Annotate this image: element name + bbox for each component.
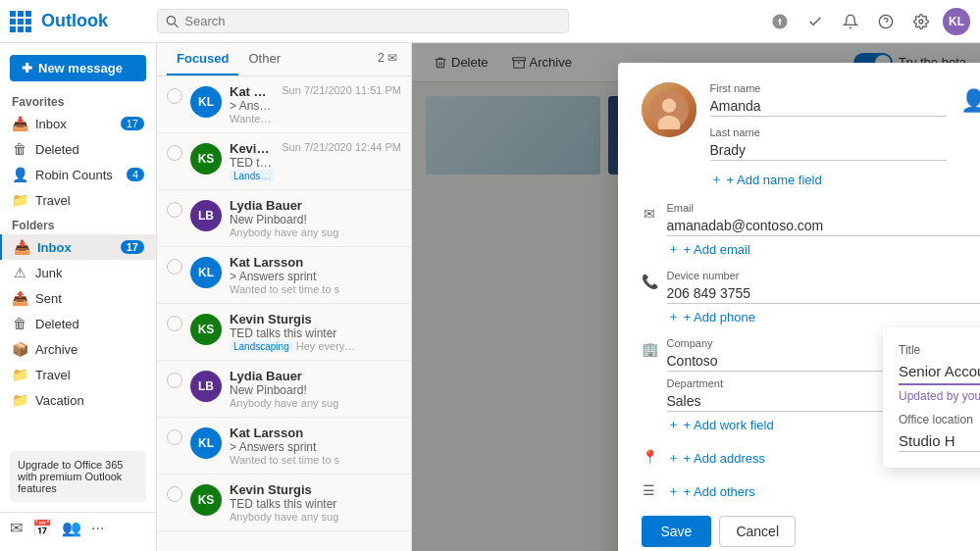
email-item[interactable]: KL Kat Larsson > Answers sprint Wanted t… [157,418,411,475]
email-sender: Kevin Sturgis [230,482,393,497]
search-icon [166,15,179,28]
email-sender: Kevin Sturgis [230,141,274,156]
email-content: Kat Larsson > Answers sprint Wanted to s… [230,84,274,125]
upgrade-banner[interactable]: Upgrade to Office 365 with premium Outlo… [10,451,146,502]
email-checkbox[interactable] [167,429,182,445]
checkmark-icon[interactable] [801,8,829,35]
email-checkbox[interactable] [167,202,182,218]
email-checkbox[interactable] [167,373,182,388]
tab-focused[interactable]: Focused [167,43,238,75]
sidebar-item-robin[interactable]: 👤 Robin Counts 4 [0,162,156,187]
email-item[interactable]: KL Kat Larsson > Answers sprint Wanted t… [157,76,411,133]
email-preview: Wanted to set time to s [230,283,393,295]
email-item[interactable]: KS Kevin Sturgis TED talks this winter L… [157,304,411,361]
person-icon: 👤 [12,167,27,182]
tab-other[interactable]: Other [238,43,290,75]
phone-input[interactable] [667,283,981,304]
people-footer-icon[interactable]: 👥 [62,519,81,537]
search-bar[interactable] [157,9,569,33]
add-email-link[interactable]: ＋ + Add email [667,240,981,258]
sidebar-item-deleted-fav[interactable]: 🗑 Deleted [0,136,156,162]
last-name-label: Last name [710,126,947,138]
popup-updated-text: Updated by your organization [899,389,980,403]
email-item[interactable]: KL Kat Larsson > Answers sprint Wanted t… [157,247,411,304]
sidebar-item-sent[interactable]: 📤 Sent [0,285,156,311]
email-preview: Anybody have any sug [230,511,393,523]
grid-icon [10,11,31,32]
email-content: Kevin Sturgis TED talks this winter Land… [230,141,274,181]
calendar-footer-icon[interactable]: 📅 [32,519,52,537]
search-input[interactable] [184,14,560,28]
sidebar-item-archive[interactable]: 📦 Archive [0,336,156,362]
email-item[interactable]: LB Lydia Bauer New Pinboard! Anybody hav… [157,190,411,247]
settings-icon[interactable] [907,8,935,35]
skype-icon[interactable] [766,8,794,35]
email-sender: Kat Larsson [230,426,393,440]
mail-footer-icon[interactable]: ✉ [10,519,23,537]
sidebar-item-label: Travel [35,193,71,208]
sidebar-item-vacation[interactable]: 📁 Vacation [0,387,156,413]
email-sender: Kat Larsson [230,255,393,270]
dialog-close-button[interactable]: ✕ [975,75,981,98]
sidebar-item-inbox[interactable]: 📥 Inbox 17 [0,234,156,260]
plus-icon: ＋ [667,240,680,258]
email-checkbox[interactable] [167,259,182,275]
cancel-button[interactable]: Cancel [719,516,796,547]
robin-badge: 4 [127,168,144,181]
new-message-button[interactable]: ✚ New message [10,55,146,81]
sent-icon: 📤 [12,290,27,306]
sidebar-item-junk[interactable]: ⚠ Junk [0,260,156,285]
main-layout: ✚ New message Favorites 📥 Inbox 17 🗑 Del… [0,43,980,551]
email-checkbox[interactable] [167,316,182,331]
sidebar-item-travel[interactable]: 📁 Travel [0,362,156,387]
email-preview: Landscaping Hey every… [230,340,393,352]
help-icon[interactable] [872,8,900,35]
email-checkbox[interactable] [167,486,182,502]
plus-icon: ✚ [22,61,32,75]
email-preview: Anybody have any sug [230,397,393,409]
email-preview: Wanted to set time to s [230,113,274,125]
email-checkbox[interactable] [167,88,182,104]
email-item[interactable]: KS Kevin Sturgis TED talks this winter L… [157,133,411,190]
phone-section: 📞 Device number ＋ + Add phone [642,270,981,326]
email-tag: Landscaping [230,340,293,352]
popup-office-label: Office location [899,413,980,426]
deleted2-icon: 🗑 [12,316,27,331]
email-subject: > Answers sprint [230,99,274,113]
save-button[interactable]: Save [642,516,712,547]
popup-value-row[interactable]: Senior Account Manager ▾ [899,363,980,385]
first-name-input[interactable] [710,96,947,117]
avatar: KL [190,86,222,118]
add-phone-link[interactable]: ＋ + Add phone [667,308,981,326]
email-subject: TED talks this winter [230,156,274,170]
add-name-link[interactable]: ＋ + Add name field [710,171,947,188]
user-avatar[interactable]: KL [943,8,970,35]
email-subject: > Answers sprint [230,270,393,283]
email-item[interactable]: LB Lydia Bauer New Pinboard! Anybody hav… [157,361,411,418]
add-others-link[interactable]: ＋ + Add others [667,482,981,500]
sidebar-item-deleted[interactable]: 🗑 Deleted [0,311,156,336]
sidebar-item-label: Inbox [37,240,72,255]
email-sender: Kevin Sturgis [230,312,393,326]
junk-icon: ⚠ [12,265,27,280]
email-content: Kevin Sturgis TED talks this winter Land… [230,312,393,352]
more-footer-icon[interactable]: ··· [91,520,104,537]
email-checkbox[interactable] [167,145,182,161]
email-preview: Landscaping Hey every… [230,170,274,181]
avatar: KS [190,484,222,516]
email-item[interactable]: KS Kevin Sturgis TED talks this winter A… [157,475,411,531]
inbox-fav-badge: 17 [121,117,144,130]
email-meta: Sun 7/21/2020 12:44 PM [282,141,401,153]
sidebar-item-inbox-fav[interactable]: 📥 Inbox 17 [0,111,156,136]
popup-office-input[interactable] [899,430,980,452]
email-content: Lydia Bauer New Pinboard! Anybody have a… [230,198,393,238]
contact-avatar-svg [649,90,689,129]
email-input[interactable] [667,216,981,236]
name-fields: First name Last name ＋ + Add name field [710,82,947,188]
email-sender: Lydia Bauer [230,369,393,383]
sidebar-item-travel-fav[interactable]: 📁 Travel [0,187,156,213]
last-name-input[interactable] [710,140,947,161]
bell-icon[interactable] [837,8,864,35]
email-time: Sun 7/21/2020 12:44 PM [282,141,401,153]
svg-line-1 [175,24,179,27]
